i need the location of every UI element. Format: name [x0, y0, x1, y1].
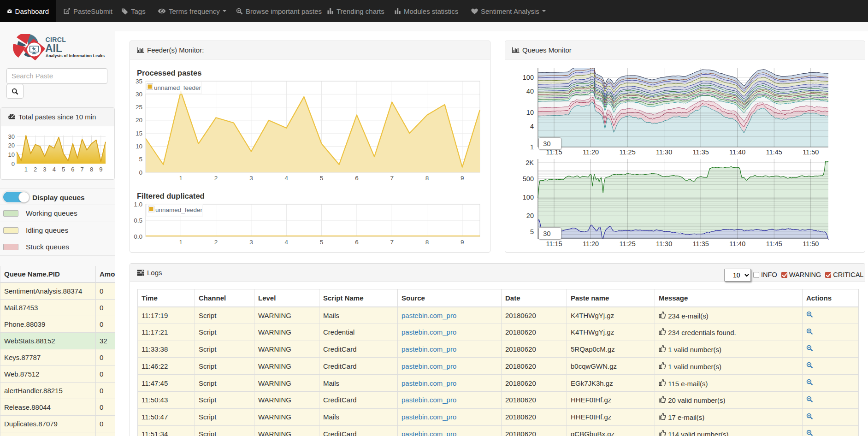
svg-text:4: 4 — [53, 166, 56, 173]
svg-text:3: 3 — [43, 166, 46, 173]
svg-text:0: 0 — [12, 160, 15, 167]
svg-text:10: 10 — [8, 151, 15, 158]
svg-text:10: 10 — [526, 109, 534, 116]
svg-text:AIL: AIL — [45, 42, 62, 54]
svg-text:4: 4 — [285, 239, 289, 246]
svg-text:35: 35 — [136, 78, 142, 85]
svg-text:10: 10 — [136, 143, 142, 150]
svg-text:1: 1 — [24, 166, 28, 173]
svg-text:0.0: 0.0 — [134, 233, 142, 240]
svg-text:4: 4 — [285, 175, 289, 182]
svg-text:11:45: 11:45 — [766, 148, 782, 156]
svg-text:25: 25 — [136, 104, 142, 111]
svg-text:9: 9 — [461, 175, 464, 182]
svg-text:20: 20 — [136, 117, 142, 124]
svg-text:9: 9 — [99, 166, 102, 173]
svg-text:11:45: 11:45 — [766, 240, 782, 247]
svg-text:11:30: 11:30 — [656, 240, 672, 247]
svg-text:8: 8 — [425, 239, 429, 246]
svg-text:7: 7 — [390, 175, 394, 182]
svg-text:6: 6 — [355, 175, 359, 182]
svg-text:unnamed_feeder: unnamed_feeder — [155, 206, 203, 213]
svg-text:11:25: 11:25 — [619, 240, 635, 247]
svg-text:30: 30 — [136, 91, 142, 98]
svg-text:5: 5 — [62, 166, 65, 173]
svg-text:15: 15 — [136, 130, 142, 137]
svg-text:30: 30 — [8, 133, 15, 140]
svg-text:7: 7 — [390, 239, 394, 246]
svg-text:11:35: 11:35 — [693, 240, 709, 247]
svg-text:500: 500 — [523, 175, 534, 183]
svg-text:11:35: 11:35 — [693, 148, 709, 156]
svg-text:11:40: 11:40 — [729, 148, 745, 156]
svg-text:40: 40 — [526, 88, 534, 95]
svg-text:5: 5 — [320, 239, 324, 246]
svg-text:9: 9 — [461, 239, 464, 246]
svg-text:11:20: 11:20 — [583, 148, 599, 156]
svg-text:20: 20 — [526, 212, 534, 219]
svg-text:2: 2 — [34, 166, 37, 173]
svg-text:unnamed_feeder: unnamed_feeder — [154, 84, 201, 91]
svg-text:6: 6 — [355, 239, 359, 246]
svg-text:5: 5 — [530, 228, 534, 236]
svg-text:2K: 2K — [526, 159, 534, 166]
svg-text:20: 20 — [8, 142, 15, 149]
svg-text:11:40: 11:40 — [729, 240, 745, 247]
svg-text:1: 1 — [179, 175, 183, 182]
svg-text:1: 1 — [530, 143, 534, 151]
svg-text:5: 5 — [139, 156, 142, 163]
svg-text:100: 100 — [523, 74, 534, 81]
svg-text:8: 8 — [425, 175, 429, 182]
svg-text:5: 5 — [320, 175, 324, 182]
svg-text:11:20: 11:20 — [583, 240, 599, 247]
svg-text:0: 0 — [139, 169, 142, 176]
svg-text:11:15: 11:15 — [546, 240, 562, 247]
svg-text:11:30: 11:30 — [656, 148, 672, 156]
svg-text:Analysis of Information Leaks: Analysis of Information Leaks — [46, 53, 105, 58]
svg-text:100: 100 — [523, 194, 534, 201]
svg-text:2: 2 — [214, 239, 218, 246]
svg-text:3: 3 — [249, 239, 253, 246]
svg-text:1: 1 — [179, 239, 183, 246]
svg-text:7: 7 — [81, 166, 84, 173]
svg-text:1.0: 1.0 — [134, 201, 142, 208]
svg-text:3: 3 — [249, 175, 253, 182]
svg-text:2: 2 — [214, 175, 218, 182]
svg-text:0.5: 0.5 — [134, 217, 142, 224]
svg-text:11:50: 11:50 — [803, 148, 819, 156]
svg-text:4: 4 — [530, 123, 534, 130]
svg-text:8: 8 — [90, 166, 93, 173]
svg-text:6: 6 — [71, 166, 74, 173]
svg-text:11:25: 11:25 — [619, 148, 635, 156]
svg-text:11:50: 11:50 — [803, 240, 819, 247]
